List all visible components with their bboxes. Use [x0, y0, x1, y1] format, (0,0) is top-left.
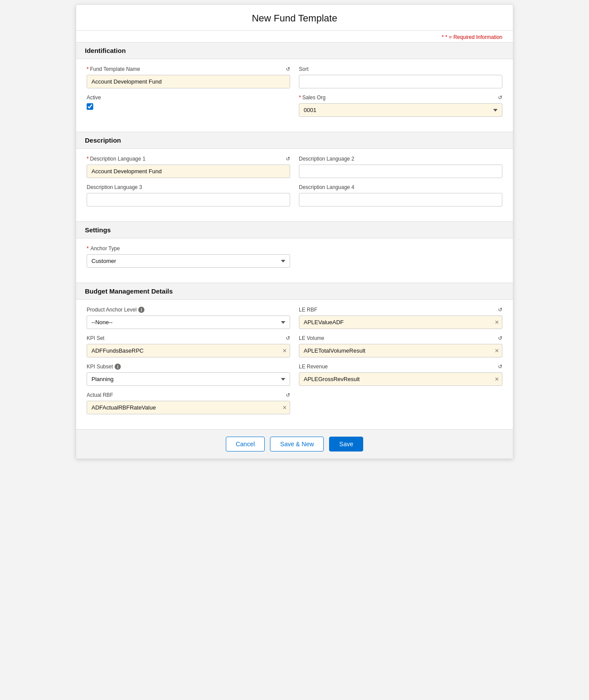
section-identification: Identification [76, 42, 513, 59]
section-description: Description [76, 132, 513, 149]
kpi-set-undo-icon[interactable]: ↺ [286, 335, 290, 341]
budget-row-3: KPI Subset i Planning Actual LE Revenue … [87, 364, 502, 386]
identification-row-2: Active * Sales Org ↺ 0001 0002 [87, 94, 502, 117]
desc-lang-1-input[interactable] [87, 164, 290, 178]
le-rbf-input-wrap: × [299, 315, 502, 329]
save-new-button[interactable]: Save & New [270, 437, 324, 452]
le-rbf-label: LE RBF [299, 307, 317, 313]
anchor-type-col: * Anchor Type Customer Product None [87, 245, 290, 268]
kpi-set-clear-button[interactable]: × [283, 347, 287, 354]
fund-template-name-input[interactable] [87, 75, 290, 88]
budget-row-4-empty [299, 392, 502, 414]
fund-template-name-label-row: * Fund Template Name ↺ [87, 66, 290, 72]
sort-col: Sort [299, 66, 502, 88]
identification-body: * Fund Template Name ↺ Sort Active [76, 59, 513, 132]
kpi-subset-info-icon: i [115, 364, 121, 370]
description-body: * Description Language 1 ↺ Description L… [76, 149, 513, 221]
desc-lang-3-input[interactable] [87, 193, 290, 206]
required-info: * * = Required Information [76, 31, 513, 42]
le-volume-clear-button[interactable]: × [495, 347, 499, 354]
le-rbf-input[interactable] [299, 315, 502, 329]
le-volume-undo-icon[interactable]: ↺ [498, 335, 502, 341]
actual-rbf-undo-icon[interactable]: ↺ [286, 392, 290, 398]
le-rbf-col: LE RBF ↺ × [299, 307, 502, 329]
kpi-subset-col: KPI Subset i Planning Actual [87, 364, 290, 386]
product-anchor-level-label: Product Anchor Level i [87, 307, 290, 313]
anchor-type-required-star: * [87, 245, 89, 252]
actual-rbf-label: Actual RBF [87, 392, 113, 398]
le-revenue-label-row: LE Revenue ↺ [299, 364, 502, 370]
active-checkbox[interactable] [87, 103, 93, 110]
sales-org-col: * Sales Org ↺ 0001 0002 [299, 94, 502, 117]
desc-lang-3-label: Description Language 3 [87, 184, 290, 190]
sort-input[interactable] [299, 75, 502, 88]
desc-lang-4-col: Description Language 4 [299, 184, 502, 206]
settings-body: * Anchor Type Customer Product None [76, 238, 513, 283]
kpi-set-label: KPI Set [87, 335, 105, 341]
kpi-subset-label: KPI Subset i [87, 364, 290, 370]
required-star: * [442, 34, 444, 40]
desc-lang-2-input[interactable] [299, 164, 502, 178]
budget-row-1: Product Anchor Level i --None-- LE RBF ↺… [87, 307, 502, 329]
le-volume-input[interactable] [299, 344, 502, 357]
description-row-1: * Description Language 1 ↺ Description L… [87, 156, 502, 178]
anchor-type-select[interactable]: Customer Product None [87, 254, 290, 268]
sales-org-undo-icon[interactable]: ↺ [498, 94, 502, 101]
le-volume-label: LE Volume [299, 335, 324, 341]
kpi-set-input[interactable] [87, 344, 290, 357]
le-rbf-label-row: LE RBF ↺ [299, 307, 502, 313]
le-revenue-input[interactable] [299, 372, 502, 386]
desc-lang-1-undo-icon[interactable]: ↺ [286, 156, 290, 162]
le-volume-input-wrap: × [299, 344, 502, 357]
desc-lang-4-input[interactable] [299, 193, 502, 206]
desc-lang-1-col: * Description Language 1 ↺ [87, 156, 290, 178]
le-revenue-col: LE Revenue ↺ × [299, 364, 502, 386]
page-title: New Fund Template [85, 13, 504, 24]
actual-rbf-col: Actual RBF ↺ × [87, 392, 290, 414]
desc-lang-4-label: Description Language 4 [299, 184, 502, 190]
le-revenue-undo-icon[interactable]: ↺ [498, 364, 502, 370]
kpi-subset-select[interactable]: Planning Actual [87, 372, 290, 386]
desc-lang-1-required-star: * [87, 156, 89, 162]
sales-org-label-row: * Sales Org ↺ [299, 94, 502, 101]
anchor-type-label: * Anchor Type [87, 245, 290, 252]
product-anchor-level-col: Product Anchor Level i --None-- [87, 307, 290, 329]
actual-rbf-input-wrap: × [87, 401, 290, 414]
le-revenue-label: LE Revenue [299, 364, 328, 370]
budget-row-2: KPI Set ↺ × LE Volume ↺ × [87, 335, 502, 357]
budget-body: Product Anchor Level i --None-- LE RBF ↺… [76, 300, 513, 429]
modal-container: New Fund Template * * = Required Informa… [76, 4, 513, 459]
kpi-set-label-row: KPI Set ↺ [87, 335, 290, 341]
le-rbf-clear-button[interactable]: × [495, 319, 499, 326]
fund-template-name-label: Fund Template Name [90, 66, 140, 72]
kpi-set-col: KPI Set ↺ × [87, 335, 290, 357]
actual-rbf-clear-button[interactable]: × [283, 404, 287, 411]
sales-org-required-star: * [299, 94, 301, 101]
desc-lang-2-label: Description Language 2 [299, 156, 502, 162]
identification-row-1: * Fund Template Name ↺ Sort [87, 66, 502, 88]
description-row-2: Description Language 3 Description Langu… [87, 184, 502, 206]
sales-org-select[interactable]: 0001 0002 [299, 103, 502, 117]
save-button[interactable]: Save [329, 437, 363, 452]
section-settings: Settings [76, 221, 513, 238]
section-budget: Budget Management Details [76, 283, 513, 300]
settings-row-1: * Anchor Type Customer Product None [87, 245, 502, 268]
le-revenue-clear-button[interactable]: × [495, 376, 499, 383]
cancel-button[interactable]: Cancel [226, 437, 265, 452]
le-revenue-input-wrap: × [299, 372, 502, 386]
fund-template-name-required-star: * [87, 66, 89, 72]
desc-lang-3-col: Description Language 3 [87, 184, 290, 206]
desc-lang-2-col: Description Language 2 [299, 156, 502, 178]
fund-template-name-undo-icon[interactable]: ↺ [286, 66, 290, 72]
actual-rbf-input[interactable] [87, 401, 290, 414]
desc-lang-1-label-row: * Description Language 1 ↺ [87, 156, 290, 162]
active-col: Active [87, 94, 290, 117]
budget-row-4: Actual RBF ↺ × [87, 392, 502, 414]
product-anchor-level-select[interactable]: --None-- [87, 315, 290, 329]
kpi-set-input-wrap: × [87, 344, 290, 357]
fund-template-name-col: * Fund Template Name ↺ [87, 66, 290, 88]
le-volume-label-row: LE Volume ↺ [299, 335, 502, 341]
le-rbf-undo-icon[interactable]: ↺ [498, 307, 502, 313]
modal-header: New Fund Template [76, 5, 513, 31]
active-checkbox-row [87, 103, 290, 110]
